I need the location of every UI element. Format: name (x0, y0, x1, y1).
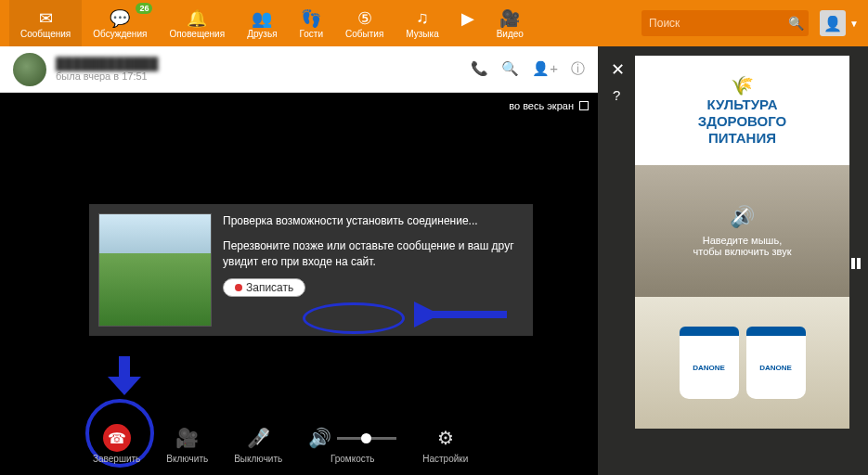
call-area: во весь экран Проверка возможности устан… (0, 93, 598, 475)
connection-message: Проверка возможности установить соединен… (89, 204, 533, 336)
nav-notifications[interactable]: 🔔 Оповещения (158, 0, 236, 46)
nav-events[interactable]: ⑤ События (334, 0, 395, 46)
nav-label: Музыка (406, 29, 438, 39)
product-jar: DANONE (746, 327, 806, 399)
annotation-arrow-down (108, 356, 141, 397)
add-user-icon[interactable]: 👤+ (532, 60, 558, 78)
product-jar: DANONE (680, 327, 739, 399)
person-icon: 👤 (823, 15, 842, 32)
profile-caret[interactable]: ▼ (849, 19, 859, 29)
nav-guests[interactable]: 👣 Гости (289, 0, 334, 46)
end-call-button[interactable]: ☎ Завершить (93, 426, 140, 464)
call-icon[interactable]: 📞 (471, 60, 488, 78)
nav-label (466, 29, 469, 39)
volume-control[interactable]: 🔊 Громкость (308, 426, 396, 464)
bell-icon: 🔔 (187, 8, 207, 29)
mic-off-icon: 🎤̸ (247, 426, 270, 450)
contact-thumbnail (98, 213, 212, 327)
gear-icon: ⚙ (437, 426, 454, 450)
msg-title: Проверка возможности установить соединен… (223, 213, 524, 229)
close-icon[interactable]: ✕ (611, 59, 625, 80)
footsteps-icon: 👣 (301, 8, 321, 29)
wheat-icon: 🌾 (698, 74, 786, 96)
speaker-icon: 🔊 (308, 427, 331, 449)
nav-label: События (345, 29, 383, 39)
events-icon: ⑤ (357, 8, 372, 29)
camera-icon: 🎥 (175, 426, 199, 450)
nav-label: Обсуждения (93, 29, 147, 39)
music-icon: ♫ (416, 8, 429, 29)
ad-banner-3[interactable]: DANONE DANONE (635, 297, 849, 429)
nav-label: Оповещения (169, 29, 225, 39)
settings-button[interactable]: ⚙ Настройки (422, 426, 468, 464)
search-input[interactable] (649, 17, 788, 30)
volume-slider[interactable] (337, 437, 396, 440)
record-button[interactable]: Записать (223, 278, 305, 297)
profile-avatar[interactable]: 👤 (820, 10, 846, 36)
fullscreen-toggle[interactable]: во весь экран (509, 100, 589, 111)
nav-label: Видео (497, 29, 524, 39)
user-status: была вчера в 17:51 (56, 71, 471, 82)
play-icon: ▶ (461, 8, 474, 29)
nav-label: Гости (300, 29, 323, 39)
search-box[interactable]: 🔍 (641, 10, 809, 36)
ad-banner-2[interactable]: 🔊 Наведите мышь, чтобы включить звук (635, 165, 849, 297)
chat-icon: 💬 (110, 8, 130, 29)
user-avatar[interactable] (13, 53, 46, 86)
badge: 26 (136, 3, 152, 14)
chat-header: ████████████ была вчера в 17:51 📞 🔍 👤+ ⓘ (0, 46, 598, 93)
video-icon: 🎥 (499, 8, 520, 29)
nav-music[interactable]: ♫ Музыка (395, 0, 449, 46)
muted-speaker-icon: 🔊 (730, 205, 755, 229)
search-icon[interactable]: 🔍 (788, 16, 804, 31)
nav-label: Сообщения (20, 29, 71, 39)
nav-video[interactable]: 🎥 Видео (486, 0, 535, 46)
people-icon: 👥 (252, 8, 272, 29)
fullscreen-icon (579, 101, 589, 110)
msg-body: Перезвоните позже или оставьте сообщение… (223, 238, 524, 270)
hangup-icon: ☎ (103, 424, 131, 452)
camera-toggle[interactable]: 🎥 Включить (166, 426, 208, 464)
help-icon[interactable]: ? (613, 87, 620, 103)
pause-handle[interactable] (851, 258, 861, 269)
envelope-icon: ✉ (39, 8, 53, 29)
ad-banner-1[interactable]: 🌾 КУЛЬТУРА ЗДОРОВОГО ПИТАНИЯ (635, 56, 849, 165)
info-icon[interactable]: ⓘ (571, 60, 585, 78)
nav-label: Друзья (247, 29, 277, 39)
search-chat-icon[interactable]: 🔍 (501, 60, 519, 78)
nav-messages[interactable]: ✉ Сообщения (9, 0, 82, 46)
record-dot-icon (235, 284, 242, 291)
mic-toggle[interactable]: 🎤̸ Выключить (234, 426, 282, 464)
user-name[interactable]: ████████████ (56, 57, 471, 71)
nav-discussions[interactable]: 💬 26 Обсуждения (82, 0, 158, 46)
nav-friends[interactable]: 👥 Друзья (236, 0, 288, 46)
nav-play[interactable]: ▶ (450, 0, 486, 46)
